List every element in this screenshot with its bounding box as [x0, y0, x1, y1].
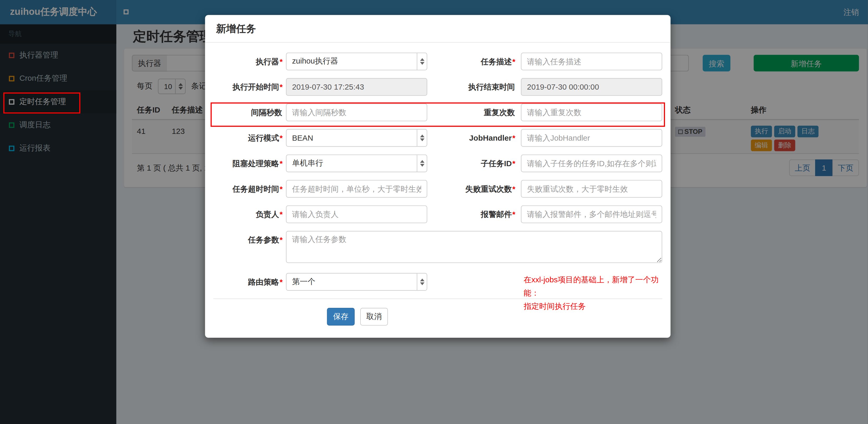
executor-label: 执行器*: [214, 53, 283, 70]
job-param-textarea[interactable]: [286, 231, 662, 263]
repeat-input[interactable]: [521, 104, 662, 121]
modal-title: 新增任务: [216, 22, 256, 35]
modal-header: 新增任务: [205, 15, 671, 42]
owner-input[interactable]: [286, 205, 427, 223]
owner-label: 负责人*: [214, 205, 283, 223]
start-time-label: 执行开始时间*: [214, 78, 283, 96]
feature-note-line1: 在xxl-jobs项目的基础上，新增了一个功能：: [524, 273, 668, 299]
repeat-label: 重复次数: [427, 104, 515, 121]
block-strategy-select[interactable]: 单机串行: [286, 155, 427, 172]
route-strategy-label: 路由策略*: [214, 273, 283, 291]
job-desc-label: 任务描述*: [427, 53, 515, 70]
run-mode-label: 运行模式*: [214, 129, 283, 146]
fail-retry-input[interactable]: [521, 180, 662, 198]
alarm-email-input[interactable]: [521, 205, 662, 223]
child-job-id-label: 子任务ID*: [427, 155, 515, 172]
start-time-input[interactable]: [286, 78, 427, 96]
job-param-label: 任务参数*: [214, 231, 283, 265]
end-time-label: 执行结束时间: [427, 78, 515, 96]
job-handler-label: JobHandler*: [427, 129, 515, 146]
fail-retry-label: 失败重试次数*: [427, 180, 515, 198]
end-time-input[interactable]: [521, 78, 662, 96]
block-strategy-label: 阻塞处理策略*: [214, 155, 283, 172]
timeout-input[interactable]: [286, 180, 427, 198]
feature-note: 在xxl-jobs项目的基础上，新增了一个功能： 指定时间执行任务: [524, 273, 668, 313]
application-window: zuihou任务调度中心 注销 导航 执行器管理 Cron任务管理 定时任务管理…: [0, 0, 868, 424]
add-job-modal: 新增任务 执行器* zuihou执行器 任务描述* 执行开始时间*: [205, 15, 671, 337]
select-caret-icon: [417, 129, 427, 146]
job-desc-input[interactable]: [521, 53, 662, 70]
select-caret-icon: [417, 273, 427, 290]
save-button[interactable]: 保存: [327, 308, 354, 326]
interval-label: 间隔秒数: [214, 104, 283, 121]
feature-note-line2: 指定时间执行任务: [524, 299, 668, 313]
interval-input[interactable]: [286, 104, 427, 121]
executor-select[interactable]: zuihou执行器: [286, 53, 427, 70]
select-caret-icon: [417, 155, 427, 172]
modal-body: 执行器* zuihou执行器 任务描述* 执行开始时间* 执行结束时间: [205, 43, 671, 338]
child-job-id-input[interactable]: [521, 155, 662, 172]
timeout-label: 任务超时时间*: [214, 180, 283, 198]
cancel-button[interactable]: 取消: [360, 308, 388, 326]
select-caret-icon: [417, 53, 427, 70]
job-handler-input[interactable]: [521, 129, 662, 146]
alarm-email-label: 报警邮件*: [427, 205, 515, 223]
route-strategy-select[interactable]: 第一个: [286, 273, 427, 291]
run-mode-select[interactable]: BEAN: [286, 129, 427, 146]
